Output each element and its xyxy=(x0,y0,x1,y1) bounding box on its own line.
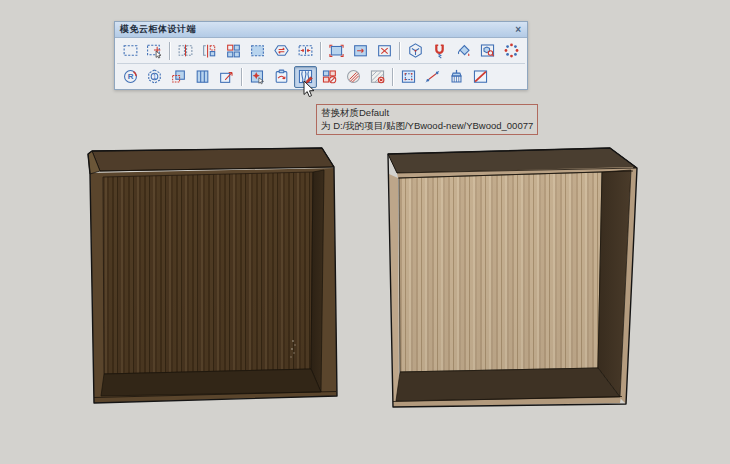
dimension-icon xyxy=(424,68,441,85)
toolbar-button-panes-block[interactable] xyxy=(318,66,341,88)
toolbar-button-hatch-circle[interactable] xyxy=(342,66,365,88)
toolbar-button-panel-corners[interactable] xyxy=(325,40,348,62)
toolbar-button-overlap-squares[interactable] xyxy=(167,66,190,88)
toolbar-button-panel-arrow-right[interactable] xyxy=(349,40,372,62)
toolbar-button-expand-arrow[interactable] xyxy=(215,66,238,88)
panes-block-icon xyxy=(321,68,338,85)
toolbar-button-hex-number-one[interactable]: 1 xyxy=(143,66,166,88)
close-icon[interactable]: × xyxy=(514,25,522,35)
axes-hex-icon xyxy=(407,42,424,59)
svg-text:1: 1 xyxy=(152,73,156,80)
clipboard-swap-icon xyxy=(273,68,290,85)
toolbar-button-dimension[interactable] xyxy=(421,66,444,88)
svg-text:R: R xyxy=(127,72,133,81)
toolbar-button-paint-bucket[interactable] xyxy=(452,40,475,62)
toolbar-button-panel-x[interactable] xyxy=(373,40,396,62)
toolbar-separator xyxy=(241,68,242,86)
toolbar-row-2: R1 xyxy=(115,64,527,89)
right-cabinet[interactable] xyxy=(388,148,637,407)
toolbar-button-grid-four[interactable] xyxy=(222,40,245,62)
dots-circle-icon xyxy=(503,42,520,59)
panel-arrow-right-icon xyxy=(352,42,369,59)
split-vertical-icon xyxy=(177,42,194,59)
panel-x-icon xyxy=(376,42,393,59)
toolbar-button-clipboard-swap[interactable] xyxy=(270,66,293,88)
toolbar-button-select-rect[interactable] xyxy=(119,40,142,62)
swap-hex-icon xyxy=(273,42,290,59)
no-slash-square-icon xyxy=(472,68,489,85)
toolbar-button-star-cursor[interactable] xyxy=(246,66,269,88)
split-edge-icon xyxy=(201,42,218,59)
filled-panel-icon xyxy=(249,42,266,59)
select-rect-cursor-icon xyxy=(146,42,163,59)
toolbar-button-hatch-square-x[interactable] xyxy=(366,66,389,88)
toolbar-button-dots-circle[interactable] xyxy=(500,40,523,62)
toolbar-separator xyxy=(169,42,170,60)
magnet-icon xyxy=(431,42,448,59)
tooltip-line-1: 替换材质Default xyxy=(321,106,533,119)
toolbar-titlebar[interactable]: 模免云柜体设计端 × xyxy=(115,22,527,38)
replace-material-tooltip: 替换材质Default 为 D:/我的项目/贴图/YBwood-new/YBwo… xyxy=(316,104,538,135)
toolbar-button-select-rect-cursor[interactable] xyxy=(143,40,166,62)
hatch-square-x-icon xyxy=(369,68,386,85)
broom-icon xyxy=(448,68,465,85)
toolbar-button-broom[interactable] xyxy=(445,66,468,88)
toolbar-separator xyxy=(320,42,321,60)
toolbar-button-split-vertical[interactable] xyxy=(174,40,197,62)
right-cabinet-inner-floor xyxy=(396,368,620,401)
toolbar-row-1 xyxy=(115,38,527,63)
mouse-cursor-icon xyxy=(303,80,317,98)
left-cabinet[interactable] xyxy=(88,148,337,403)
toolbar-button-cube-search[interactable] xyxy=(476,40,499,62)
tooltip-line-2: 为 D:/我的项目/贴图/YBwood-new/YBwood_00077 xyxy=(321,119,533,132)
paint-bucket-icon xyxy=(455,42,472,59)
grid-four-icon xyxy=(225,42,242,59)
toolbar-button-magnet[interactable] xyxy=(428,40,451,62)
toolbar-button-swap-hex[interactable] xyxy=(270,40,293,62)
left-cabinet-inner-floor xyxy=(101,369,321,396)
star-cursor-icon xyxy=(249,68,266,85)
hatch-circle-icon xyxy=(345,68,362,85)
toolbar-separator xyxy=(399,42,400,60)
toolbar-separator xyxy=(392,68,393,86)
toolbar-button-no-slash-square[interactable] xyxy=(469,66,492,88)
expand-arrow-icon xyxy=(218,68,235,85)
toolbar-button-rotate-r-circle[interactable]: R xyxy=(119,66,142,88)
rotate-r-circle-icon: R xyxy=(122,68,139,85)
cabinet-doors-icon xyxy=(194,68,211,85)
overlap-squares-icon xyxy=(170,68,187,85)
panel-corners-icon xyxy=(328,42,345,59)
cube-search-icon xyxy=(479,42,496,59)
toolbar-button-frame-inner[interactable] xyxy=(397,66,420,88)
hex-number-one-icon: 1 xyxy=(146,68,163,85)
toolbar-button-collapse-horizontal[interactable] xyxy=(294,40,317,62)
toolbar-button-filled-panel[interactable] xyxy=(246,40,269,62)
collapse-horizontal-icon xyxy=(297,42,314,59)
select-rect-icon xyxy=(122,42,139,59)
toolbar-title: 模免云柜体设计端 xyxy=(120,23,196,36)
toolbar-button-split-edge[interactable] xyxy=(198,40,221,62)
frame-inner-icon xyxy=(400,68,417,85)
plugin-toolbar: 模免云柜体设计端 × R1 xyxy=(114,21,528,90)
toolbar-button-axes-hex[interactable] xyxy=(404,40,427,62)
toolbar-button-cabinet-doors[interactable] xyxy=(191,66,214,88)
